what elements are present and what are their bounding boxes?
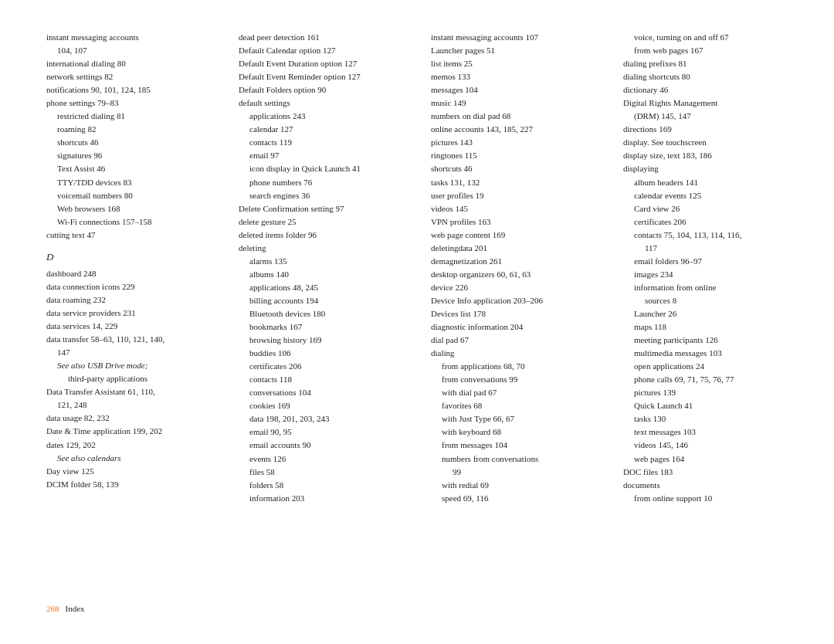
index-entry: email folders 96–97 [623,255,788,268]
index-entry: sources 8 [623,294,788,307]
index-entry: demagnetization 261 [431,255,595,268]
index-entry: certificates 206 [239,360,403,373]
entry-text: phone numbers 76 [249,178,312,187]
entry-text: shortcuts 46 [431,164,472,173]
entry-text: network settings 82 [46,72,113,81]
index-entry: dialing [431,347,595,360]
entry-text: files 58 [249,467,275,476]
index-entry: cookies 169 [239,399,403,412]
entry-text: with dial pad 67 [442,388,497,397]
index-entry: Launcher pages 51 [431,44,595,57]
index-entry: from conversations 99 [431,373,595,386]
entry-text: DOC files 183 [623,467,673,476]
entry-text: memos 133 [431,72,470,81]
index-entry: applications 243 [239,110,403,123]
index-entry: events 126 [239,452,403,466]
entry-text: dial pad 67 [431,335,469,344]
index-entry: shortcuts 46 [431,162,595,175]
index-entry: data connection icons 229 [46,280,211,293]
index-entry: D [46,249,211,265]
index-entry: directions 169 [623,123,788,136]
index-entry: Text Assist 46 [46,162,211,175]
entry-text: deletingdata 201 [431,243,487,253]
entry-text: speed 69, 116 [442,493,488,503]
entry-text: deleted items folder 96 [239,230,317,239]
index-entry: Default Event Duration option 127 [239,57,403,70]
entry-text: 99 [453,467,461,476]
index-entry: music 149 [431,97,595,110]
index-columns: instant messaging accounts104, 107intern… [46,31,788,596]
index-entry: text messages 103 [623,425,788,439]
entry-text: text messages 103 [634,427,696,436]
index-entry: signatures 96 [46,149,211,162]
index-entry: online accounts 143, 185, 227 [431,123,595,136]
index-entry: dialing prefixes 81 [623,57,788,70]
entry-text: dialing prefixes 81 [623,59,687,68]
entry-text: displaying [623,164,659,173]
index-entry: tasks 131, 132 [431,176,595,189]
index-entry: files 58 [239,466,403,479]
index-entry: with redial 69 [431,479,595,492]
index-entry: data transfer 58–63, 110, 121, 140, [46,333,211,346]
entry-text: ringtones 115 [431,151,477,160]
entry-text: data usage 82, 232 [46,413,110,422]
index-entry: international dialing 80 [46,57,211,70]
index-entry: user profiles 19 [431,189,595,202]
entry-text: device 226 [431,283,468,292]
footer-label: Index [66,604,85,613]
entry-text: Card view 26 [634,204,680,213]
index-entry: device 226 [431,281,595,294]
entry-text: icon display in Quick Launch 41 [249,164,361,173]
index-entry: open applications 24 [623,360,788,373]
entry-text: 121, 248 [57,400,87,409]
entry-text: cookies 169 [249,401,290,410]
entry-text: album headers 141 [634,178,698,187]
entry-text: certificates 206 [249,361,302,371]
entry-text: data connection icons 229 [46,282,135,291]
index-entry: network settings 82 [46,70,211,83]
entry-text: instant messaging accounts 107 [431,32,538,42]
entry-text: Digital Rights Management [623,98,717,107]
index-col-3: instant messaging accounts 107Launcher p… [417,31,609,596]
entry-text: albums 140 [249,269,289,279]
entry-text: dialing shortcuts 80 [623,72,690,81]
index-entry: with Just Type 66, 67 [431,412,595,425]
entry-text: deleting [239,243,266,253]
entry-text: meeting participants 126 [634,335,718,344]
index-entry: pictures 139 [623,386,788,399]
index-col-1: instant messaging accounts104, 107intern… [46,31,225,596]
index-entry: certificates 206 [623,215,788,229]
index-entry: Day view 125 [46,465,211,478]
entry-text: email 90, 95 [249,427,292,436]
entry-text: VPN profiles 163 [431,217,491,226]
entry-text: music 149 [431,98,466,107]
entry-text: with Just Type 66, 67 [442,414,514,423]
entry-text: folders 58 [249,480,283,490]
entry-text: multimedia messages 103 [634,348,722,358]
entry-text: billing accounts 194 [249,296,318,305]
entry-text: from messages 104 [442,440,507,449]
entry-text: online accounts 143, 185, 227 [431,124,533,134]
index-entry: contacts 75, 104, 113, 114, 116, [623,229,788,242]
entry-text: directions 169 [623,124,672,134]
index-entry: Default Folders option 90 [239,83,403,97]
index-entry: applications 48, 245 [239,281,403,294]
index-entry: documents [623,479,788,492]
index-entry: web page content 169 [431,229,595,242]
index-entry: images 234 [623,268,788,281]
index-entry: deletingdata 201 [431,242,595,255]
entry-text: pictures 139 [634,388,676,397]
index-entry: data roaming 232 [46,293,211,307]
entry-text: desktop organizers 60, 61, 63 [431,269,531,279]
index-entry: roaming 82 [46,123,211,136]
index-entry: data 198, 201, 203, 243 [239,412,403,425]
entry-text: D [46,251,53,263]
entry-text: from applications 68, 70 [442,361,525,371]
entry-text: 117 [645,243,657,253]
index-entry: numbers on dial pad 68 [431,110,595,123]
index-entry: email 97 [239,149,403,162]
entry-text: voice, turning on and off 67 [634,32,729,42]
index-entry: See also USB Drive mode; [46,359,211,372]
index-entry: instant messaging accounts [46,31,211,44]
index-entry: dial pad 67 [431,334,595,347]
